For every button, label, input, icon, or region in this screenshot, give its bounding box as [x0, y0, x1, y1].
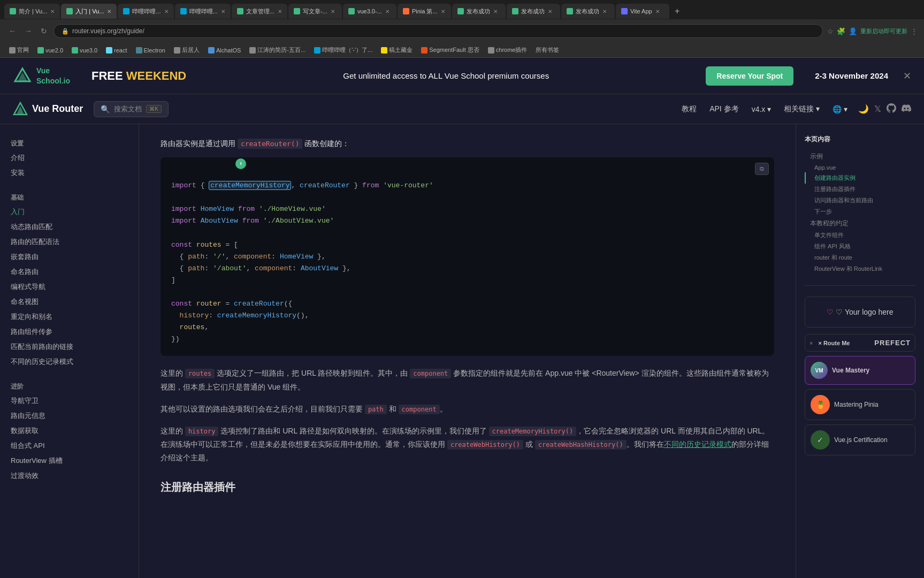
toc-item-access-router[interactable]: 访问路由器和当前路由 [805, 195, 915, 206]
tab-11[interactable]: 发布成功 ✕ [561, 4, 615, 19]
vue-router-logo[interactable]: Vue Router [13, 102, 83, 117]
mastering-pinia-card[interactable]: 🍍 Mastering Pinia [805, 389, 915, 420]
bookmark-electron[interactable]: Electron [133, 46, 168, 55]
toc-item-register-plugin[interactable]: 注册路由器插件 [805, 184, 915, 195]
tab-close-4[interactable]: ✕ [221, 9, 225, 14]
toc-item-next[interactable]: 下一步 [805, 206, 915, 217]
toc-item-appvue[interactable]: App.vue [805, 163, 915, 172]
back-button[interactable]: ← [6, 25, 18, 37]
sponsor-logo-placeholder[interactable]: ♡ ♡ Your logo here [805, 296, 915, 328]
toc-item-example[interactable]: 示例 [805, 150, 915, 163]
nav-lang[interactable]: 🌐 ▾ [833, 105, 847, 113]
vue-cert-card[interactable]: ✓ Vue.js Certification [805, 424, 915, 455]
bookmark-btn[interactable]: ☆ [827, 27, 834, 35]
sidebar-item-transitions[interactable]: 过渡动效 [0, 468, 139, 483]
bookmark-vue2[interactable]: vue2.0 [35, 46, 66, 55]
tab-close-5[interactable]: ✕ [278, 9, 282, 14]
tab-close-12[interactable]: ✕ [655, 9, 660, 14]
tab-8[interactable]: Pinia 第... ✕ [398, 4, 451, 19]
profile-btn[interactable]: 👤 [849, 27, 857, 35]
nav-tutorial[interactable]: 教程 [682, 104, 697, 114]
banner-close-button[interactable]: ✕ [903, 70, 911, 82]
sidebar-item-named-route[interactable]: 命名路由 [0, 264, 139, 279]
sidebar-item-guards[interactable]: 导航守卫 [0, 393, 139, 408]
tab-4[interactable]: 哔哩哔哩... ✕ [175, 4, 231, 19]
bookmark-vue3[interactable]: vue3.0 [69, 46, 100, 55]
reserve-spot-button[interactable]: Reserve Your Spot [706, 66, 793, 86]
tab-close-9[interactable]: ✕ [493, 9, 498, 14]
bookmark-bili[interactable]: 哔哩哔哩（'-'）了... [311, 45, 375, 55]
bookmark-gw[interactable]: 官网 [6, 45, 32, 55]
bookmark-alchat[interactable]: AlchatOS [205, 46, 243, 55]
tab-close-7[interactable]: ✕ [385, 9, 390, 14]
sidebar-item-data-fetch[interactable]: 数据获取 [0, 423, 139, 438]
twitter-icon-button[interactable]: 𝕏 [874, 104, 881, 114]
sidebar-item-named-view[interactable]: 命名视图 [0, 294, 139, 309]
sidebar-item-props[interactable]: 路由组件传参 [0, 324, 139, 339]
tab-close-10[interactable]: ✕ [548, 9, 552, 14]
tab-9[interactable]: 发布成功 ✕ [452, 4, 506, 19]
url-input[interactable]: 🔒 router.vuejs.org/zh/guide/ [54, 24, 823, 38]
copy-code-button[interactable]: ⧉ [755, 163, 769, 175]
tab-close-6[interactable]: ✕ [331, 9, 335, 14]
code-block: ⧉ ⬇ import { createMemoryHistory, create… [161, 157, 774, 356]
tab-12[interactable]: Vite App ✕ [616, 4, 669, 19]
nav-api[interactable]: API 参考 [709, 104, 738, 114]
sidebar-item-intro[interactable]: 介绍 [0, 150, 139, 165]
sponsor-route-me[interactable]: × × Route Me PREFECT [805, 334, 915, 352]
tab-6[interactable]: 写文章-... ✕ [288, 4, 342, 19]
bookmark-chrome[interactable]: chrome插件 [485, 45, 530, 55]
bookmark-react[interactable]: react [103, 46, 129, 55]
tab-close-11[interactable]: ✕ [602, 9, 607, 14]
sidebar-item-meta[interactable]: 路由元信息 [0, 408, 139, 423]
tab-10[interactable]: 发布成功 ✕ [507, 4, 560, 19]
sidebar-item-dynamic-route[interactable]: 动态路由匹配 [0, 219, 139, 234]
discord-icon-button[interactable] [902, 103, 911, 115]
tab-close-8[interactable]: ✕ [441, 9, 445, 14]
new-tab-button[interactable]: + [670, 6, 684, 16]
bookmark-huren[interactable]: 后居人 [171, 45, 202, 55]
bookmark-sf[interactable]: SegmentFault 思否 [418, 45, 482, 55]
sidebar-item-redirect[interactable]: 重定向和别名 [0, 309, 139, 324]
sidebar-item-install[interactable]: 安装 [0, 165, 139, 180]
theme-toggle-button[interactable]: 🌙 [858, 104, 869, 114]
sidebar-item-router-view[interactable]: RouterView 插槽 [0, 453, 139, 468]
nav-version[interactable]: v4.x ▾ [752, 105, 772, 113]
sidebar-item-programmatic[interactable]: 编程式导航 [0, 279, 139, 294]
sidebar-item-composition[interactable]: 组合式 API [0, 438, 139, 453]
toc-item-conventions[interactable]: 本教程的约定 [805, 217, 915, 230]
event-date: 2-3 November 2024 [815, 71, 888, 80]
sidebar-item-active-links[interactable]: 匹配当前路由的链接 [0, 339, 139, 354]
tab-close-1[interactable]: ✕ [50, 9, 55, 14]
reload-button[interactable]: ↻ [39, 25, 49, 37]
forward-button[interactable]: → [22, 25, 34, 37]
tab-close-3[interactable]: ✕ [164, 9, 169, 14]
update-btn[interactable]: 重新启动即可更新 [860, 27, 907, 35]
toc-item-api-style[interactable]: 组件 API 风格 [805, 241, 915, 252]
sidebar-item-start[interactable]: 入门 [0, 204, 139, 219]
toc-item-sfc[interactable]: 单文件组件 [805, 230, 915, 241]
toc-item-routerview-routerlink[interactable]: RouterView 和 RouterLink [805, 263, 915, 275]
bookmark-jianli[interactable]: 江涛的简历-五百... [247, 45, 308, 55]
tab-close-2[interactable]: ✕ [107, 9, 111, 14]
bookmark-gaotu[interactable]: 稿土藏金 [378, 45, 415, 55]
tab-1[interactable]: 简介 | Vu... ✕ [4, 4, 60, 19]
bookmark-all[interactable]: 所有书签 [533, 45, 562, 55]
tab-3[interactable]: 哔哩哔哩... ✕ [118, 4, 173, 19]
history-link[interactable]: 不同的历史记录模式 [664, 440, 731, 448]
vue-mastery-banner[interactable]: VM Vue Mastery [805, 356, 915, 385]
sidebar-item-history[interactable]: 不同的历史记录模式 [0, 354, 139, 369]
tab-7[interactable]: vue3.0-... ✕ [343, 4, 396, 19]
code-line-11: }) [171, 333, 763, 345]
nav-links[interactable]: 相关链接 ▾ [784, 104, 820, 114]
menu-btn[interactable]: ⋮ [911, 27, 918, 35]
sidebar-item-route-syntax[interactable]: 路由的匹配语法 [0, 234, 139, 249]
toc-item-router-route[interactable]: router 和 route [805, 252, 915, 263]
toc-item-create-router[interactable]: 创建路由器实例 [805, 172, 915, 184]
search-box[interactable]: 🔍 搜索文档 ⌘K [94, 101, 169, 117]
sidebar-item-nested[interactable]: 嵌套路由 [0, 249, 139, 264]
tab-2[interactable]: 入门 | Vu... ✕ [61, 4, 117, 19]
extensions-btn[interactable]: 🧩 [837, 27, 845, 35]
github-icon-button[interactable] [887, 103, 896, 115]
tab-5[interactable]: 文章管理... ✕ [232, 4, 287, 19]
